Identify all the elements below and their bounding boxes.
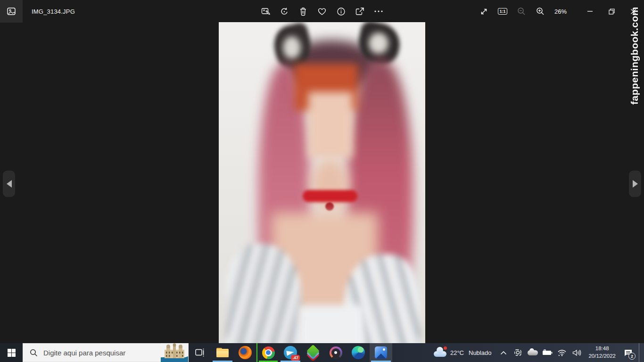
tray-volume-button[interactable] (571, 343, 582, 362)
photo-abstract-shape (303, 190, 357, 202)
wifi-icon (557, 349, 567, 356)
tray-battery-button[interactable] (542, 343, 553, 362)
see-more-icon (374, 10, 383, 13)
task-view-icon (195, 348, 205, 357)
taskbar-app-telegram[interactable]: .47 (279, 343, 302, 362)
heart-icon (317, 7, 327, 16)
taskbar-clock[interactable]: 18:48 20/12/2022 (586, 345, 618, 360)
clock-time: 18:48 (588, 345, 616, 353)
photos-app-icon (7, 7, 16, 16)
info-button[interactable] (331, 0, 350, 23)
rotate-button[interactable] (275, 0, 294, 23)
previous-arrow-icon (3, 180, 12, 188)
zoom-out-button[interactable] (512, 0, 531, 23)
taskbar-app-photos[interactable] (370, 343, 392, 362)
photo-abstract-shape (325, 202, 334, 211)
zoom-level: 26% (550, 8, 571, 15)
taskbar-app-recorder[interactable] (324, 343, 347, 362)
tray-camera-button[interactable] (513, 343, 523, 362)
chrome-icon (262, 346, 275, 359)
minimize-icon (587, 11, 593, 12)
taskbar: .47 22°C Nublado (0, 343, 644, 362)
weather-alert-dot (444, 346, 447, 350)
notification-count-badge: 2 (628, 353, 636, 360)
show-desktop-button[interactable] (639, 343, 641, 362)
delete-button[interactable] (294, 0, 313, 23)
edge-icon (352, 346, 365, 359)
tray-onedrive-button[interactable] (528, 343, 538, 362)
weather-temperature: 22°C (450, 349, 464, 356)
see-more-button[interactable] (369, 0, 388, 23)
tray-wifi-button[interactable] (557, 343, 567, 362)
bing-daily-image[interactable] (161, 343, 188, 362)
next-arrow-icon (633, 180, 642, 188)
taskbar-app-firefox[interactable] (234, 343, 256, 362)
watermark-text: fappeningbook.com (629, 7, 640, 105)
info-icon (337, 7, 346, 16)
photos-titlebar: IMG_3134.JPG (0, 0, 644, 23)
share-button[interactable] (350, 0, 369, 23)
photo-abstract-shape (308, 92, 353, 158)
zoom-and-window-controls: 1:1 26% (474, 0, 644, 23)
battery-charging-icon (542, 349, 553, 356)
maximize-button[interactable] (601, 0, 622, 23)
fullscreen-button[interactable] (474, 0, 493, 23)
photo-toolbar (256, 0, 388, 23)
weather-widget[interactable]: 22°C Nublado (431, 343, 494, 362)
photo-abstract-shape (283, 36, 301, 59)
share-icon (355, 7, 364, 16)
previous-photo-button[interactable] (3, 171, 15, 197)
telegram-unread-badge: .47 (291, 355, 300, 361)
search-input[interactable] (43, 349, 161, 357)
photos-taskbar-icon (375, 346, 387, 359)
edit-photo-icon (261, 7, 270, 16)
taskbar-app-file-explorer[interactable] (211, 343, 234, 362)
delete-icon (299, 7, 307, 16)
photo-content[interactable] (219, 22, 425, 343)
tray-chevron-button[interactable] (498, 343, 509, 362)
edit-photo-button[interactable] (256, 0, 275, 23)
weather-condition: Nublado (469, 349, 491, 356)
file-explorer-icon (216, 348, 229, 357)
firefox-icon (239, 346, 252, 359)
zoom-in-icon (536, 7, 545, 16)
telegram-icon: .47 (284, 346, 297, 359)
clock-date: 20/12/2022 (588, 353, 616, 360)
taskbar-search (23, 343, 189, 362)
file-title: IMG_3134.JPG (32, 8, 75, 15)
maximize-restore-icon (609, 8, 615, 15)
fullscreen-icon (480, 8, 488, 16)
onedrive-icon (528, 350, 538, 355)
minimize-button[interactable] (579, 0, 601, 23)
taskbar-app-chrome[interactable] (256, 343, 279, 362)
weather-cloud-icon (434, 349, 446, 357)
actual-size-button[interactable]: 1:1 (493, 0, 512, 23)
screen-recorder-icon (330, 346, 342, 359)
taskbar-app-bluestacks[interactable] (302, 343, 324, 362)
zoom-in-button[interactable] (531, 0, 550, 23)
volume-icon (572, 349, 581, 356)
windows-logo-icon (8, 349, 16, 357)
actual-size-label: 1:1 (498, 8, 507, 15)
favorite-button[interactable] (313, 0, 331, 23)
chevron-up-icon (500, 351, 507, 355)
rotate-icon (280, 7, 289, 16)
system-tray: 22°C Nublado (431, 343, 644, 362)
photo-abstract-shape (369, 33, 388, 54)
zoom-out-icon (517, 7, 526, 16)
task-view-button[interactable] (189, 343, 211, 362)
desktop-screen: IMG_3134.JPG (0, 0, 644, 362)
taskbar-app-edge[interactable] (347, 343, 370, 362)
photos-app-button[interactable] (0, 0, 23, 23)
action-center-button[interactable]: 2 (622, 343, 635, 362)
start-button[interactable] (0, 343, 23, 362)
photo-viewer (0, 23, 644, 343)
bluestacks-icon (307, 346, 319, 359)
next-photo-button[interactable] (629, 171, 641, 197)
camera-tray-icon (514, 349, 522, 356)
photo-abstract-shape (298, 305, 364, 343)
search-icon (30, 349, 38, 357)
